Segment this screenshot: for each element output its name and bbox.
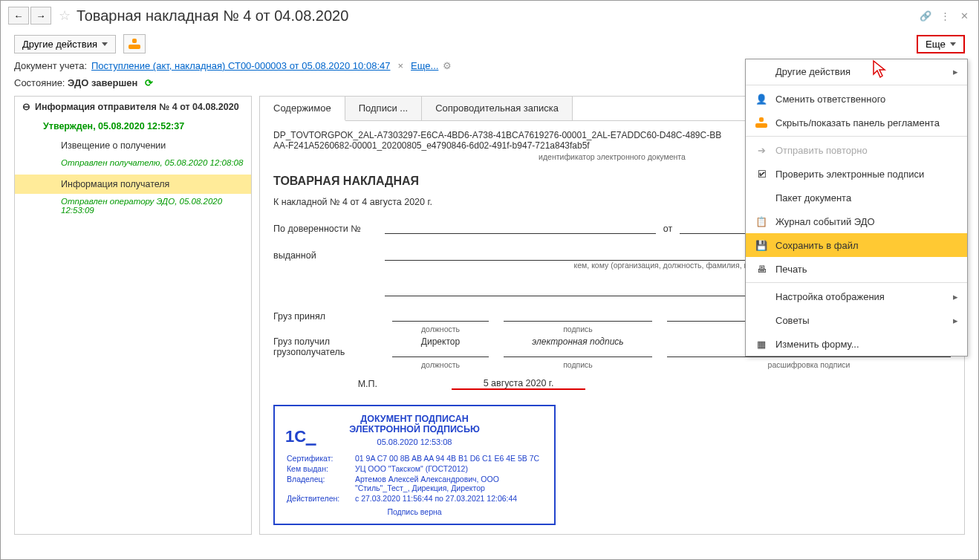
forward-button[interactable]: → xyxy=(30,7,51,25)
star-icon[interactable]: ☆ xyxy=(59,7,71,24)
tab-content[interactable]: Содержимое xyxy=(260,97,345,121)
menu-tips[interactable]: Советы ▸ xyxy=(746,308,967,332)
doc-label: Документ учета: xyxy=(14,60,87,71)
state-value: ЭДО завершен xyxy=(68,77,137,88)
other-actions-button[interactable]: Другие действия xyxy=(14,35,116,53)
received-signature: электронная подпись xyxy=(504,336,652,357)
chevron-right-icon: ▸ xyxy=(953,291,958,302)
cargo-accepted-label: Груз принял xyxy=(273,311,377,322)
sidebar-status: Утвержден, 05.08.2020 12:52:37 xyxy=(15,117,251,136)
attorney-label: По доверенности № xyxy=(273,224,377,234)
chevron-down-icon xyxy=(950,42,956,46)
collapse-icon: ⊖ xyxy=(22,101,30,112)
refresh-icon[interactable]: ⟳ xyxy=(145,77,153,88)
org-chart-button[interactable] xyxy=(123,34,146,53)
log-icon: 📋 xyxy=(755,215,768,228)
attorney-number-field xyxy=(385,221,656,234)
gear-icon[interactable]: ⚙ xyxy=(443,60,452,71)
print-icon: 🖶 xyxy=(755,262,768,276)
sidebar-header[interactable]: ⊖ Информация отправителя № 4 от 04.08.20… xyxy=(15,97,251,117)
person-swap-icon: 👤 xyxy=(755,92,768,105)
more-button[interactable]: Еще xyxy=(917,35,965,53)
org-chart-icon xyxy=(755,116,768,129)
menu-verify-sigs[interactable]: 🗹 Проверить электронные подписи xyxy=(746,162,967,186)
send-icon: ➔ xyxy=(755,143,768,157)
sidebar: ⊖ Информация отправителя № 4 от 04.08.20… xyxy=(14,96,252,535)
state-label: Состояние: xyxy=(14,77,65,88)
menu-display-settings[interactable]: Настройка отображения ▸ xyxy=(746,284,967,308)
info-more-link[interactable]: Еще... xyxy=(411,60,438,71)
back-button[interactable]: ← xyxy=(8,7,29,25)
menu-change-form[interactable]: ▦ Изменить форму... xyxy=(746,332,967,356)
form-icon: ▦ xyxy=(755,337,768,351)
doc-date: 5 августа 2020 г. xyxy=(452,378,585,390)
menu-other-actions[interactable]: Другие действия ▸ xyxy=(746,59,967,83)
menu-doc-package[interactable]: Пакет документа xyxy=(746,186,967,209)
from-label: от xyxy=(663,224,672,234)
sidebar-item-recipient[interactable]: Информация получателя xyxy=(15,175,251,194)
menu-change-responsible[interactable]: 👤 Сменить ответственного xyxy=(746,87,967,111)
menu-toggle-panel[interactable]: Скрыть/показать панель регламента xyxy=(746,111,967,134)
more-dropdown: Другие действия ▸ 👤 Сменить ответственно… xyxy=(745,59,968,356)
sidebar-item-notice[interactable]: Извещение о получении xyxy=(15,136,251,155)
menu-event-log[interactable]: 📋 Журнал событий ЭДО xyxy=(746,209,967,233)
chevron-right-icon: ▸ xyxy=(953,66,958,77)
mp-label: М.П. xyxy=(273,379,377,389)
cargo-received-label: Груз получил грузополучатель xyxy=(273,336,377,357)
tab-cover[interactable]: Сопроводительная записка xyxy=(422,97,573,120)
signature-stamp: 1С⎯ ДОКУМЕНТ ПОДПИСАН ЭЛЕКТРОННОЙ ПОДПИС… xyxy=(273,405,556,525)
chevron-down-icon xyxy=(102,42,108,46)
doc-link[interactable]: Поступление (акт, накладная) СТ00-000003… xyxy=(91,60,390,71)
close-icon[interactable]: ✕ xyxy=(957,9,971,22)
kebab-icon[interactable]: ⋮ xyxy=(938,9,952,22)
menu-print[interactable]: 🖶 Печать xyxy=(746,257,967,281)
sidebar-recipient-sub: Отправлен оператору ЭДО, 05.08.2020 12:5… xyxy=(15,194,251,222)
page-title: Товарная накладная № 4 от 04.08.2020 xyxy=(77,7,919,25)
received-position: Директор xyxy=(392,336,489,357)
stamp-logo: 1С⎯ xyxy=(285,427,316,446)
clear-link-icon[interactable]: × xyxy=(397,60,403,71)
issued-label: выданной xyxy=(273,250,377,261)
menu-save-file[interactable]: 💾 Сохранить в файл xyxy=(746,233,967,257)
chevron-right-icon: ▸ xyxy=(953,315,958,326)
accepted-signature xyxy=(504,311,652,322)
org-chart-icon xyxy=(129,39,140,49)
link-icon[interactable]: 🔗 xyxy=(919,9,932,22)
save-icon: 💾 xyxy=(755,238,768,252)
tab-signatures[interactable]: Подписи ... xyxy=(345,97,422,120)
stamp-icon: 🗹 xyxy=(755,167,768,180)
menu-resend: ➔ Отправить повторно xyxy=(746,138,967,162)
sidebar-notice-sub: Отправлен получателю, 05.08.2020 12:08:0… xyxy=(15,155,251,175)
accepted-position xyxy=(392,311,489,322)
